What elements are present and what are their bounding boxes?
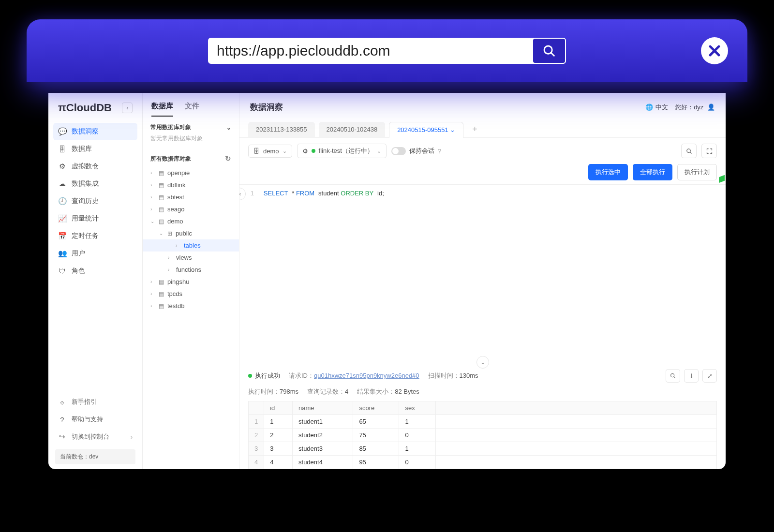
collapse-nav-button[interactable]: ‹ [122, 103, 133, 113]
tree-db-demo[interactable]: ⌄▤demo [150, 215, 239, 227]
schema-icon: ⊞ [167, 230, 172, 237]
svg-line-1 [551, 53, 554, 56]
db-tab-file[interactable]: 文件 [185, 102, 199, 117]
tree-db-sbtest[interactable]: ›▤sbtest [150, 191, 239, 203]
collapse-results-handle[interactable]: ⌄ [476, 356, 489, 369]
keep-session-toggle[interactable]: 保持会话 ? [391, 147, 441, 155]
search-icon [670, 372, 676, 379]
tree-db-testdb[interactable]: ›▤testdb [150, 300, 239, 312]
db-section-common[interactable]: 常用数据库对象 ⌄ [143, 117, 239, 134]
nav-item-用户[interactable]: 👥用户 [48, 245, 142, 262]
language-switch[interactable]: 🌐 中文 [645, 103, 668, 112]
nav-icon: 💬 [58, 127, 66, 136]
page-title: 数据洞察 [250, 102, 283, 113]
tree-db-dbflink[interactable]: ›▤dbflink [150, 179, 239, 191]
fullscreen-icon [706, 148, 713, 155]
tree-schema-public[interactable]: ⌄⊞public [150, 227, 239, 239]
db-panel-tabs: 数据库 文件 [143, 93, 239, 117]
tree-views[interactable]: ›views [150, 251, 239, 264]
request-id-link[interactable]: qu01hxwze71sn95pn9knyw2e6ned#0 [314, 372, 419, 379]
chevron-down-icon: ⌄ [377, 148, 381, 154]
browser-chrome [27, 19, 747, 82]
table-row[interactable]: 33student3851 [249, 442, 717, 456]
sql-editor[interactable]: 1 SELECT * FROM student ORDER BY id; [239, 185, 726, 362]
refresh-icon[interactable]: ↻ [225, 154, 231, 163]
switch-icon [391, 147, 406, 155]
nav-icon: 📅 [58, 232, 66, 240]
editor-tab[interactable]: 20240515-095551 ⌄ [389, 122, 463, 138]
add-tab-button[interactable]: + [467, 121, 482, 137]
nav-icon: ↪ [58, 432, 66, 441]
expand-button[interactable]: ⤢ [702, 369, 717, 383]
nav-item-虚拟数仓[interactable]: ⚙虚拟数仓 [48, 158, 142, 175]
url-input[interactable] [208, 43, 532, 59]
toolbar: 🗄 demo ⌄ ⚙ flink-test（运行中） ⌄ 保持会话 ? [239, 138, 726, 164]
nav-footer-帮助与支持[interactable]: ?帮助与支持 [48, 411, 142, 428]
nav-footer-新手指引[interactable]: ⟐新手指引 [48, 393, 142, 411]
search-button[interactable] [681, 144, 697, 158]
db-tab-database[interactable]: 数据库 [151, 102, 173, 117]
main-area: 数据洞察 🌐 中文 您好：dyz 👤 20231113-133855202405… [239, 93, 726, 469]
tree-db-openpie[interactable]: ›▤openpie [150, 167, 239, 179]
gear-icon: ⚙ [302, 148, 308, 155]
chevron-down-icon: ⌄ [450, 126, 455, 133]
nav-item-定时任务[interactable]: 📅定时任务 [48, 227, 142, 245]
line-number: 1 [246, 190, 260, 197]
database-icon: ▤ [159, 182, 164, 189]
editor-tab[interactable]: 20240510-102438 [319, 122, 386, 137]
tree-db-seago[interactable]: ›▤seago [150, 203, 239, 215]
main-header: 数据洞察 🌐 中文 您好：dyz 👤 [239, 93, 726, 121]
tree-functions[interactable]: ›functions [150, 264, 239, 276]
fullscreen-button[interactable] [701, 144, 717, 158]
download-button[interactable]: ⤓ [684, 369, 699, 383]
nav-item-数据库[interactable]: 🗄数据库 [48, 140, 142, 158]
nav-item-用量统计[interactable]: 📈用量统计 [48, 210, 142, 227]
globe-icon: 🌐 [645, 103, 653, 111]
db-section-all: 所有数据库对象 ↻ [143, 148, 239, 166]
actions-row: 执行选中 全部执行 执行计划 [239, 164, 726, 184]
table-row[interactable]: 22student2750 [249, 429, 717, 442]
nav-icon: ⟐ [58, 398, 66, 406]
results-meta: 执行成功 请求ID：qu01hxwze71sn95pn9knyw2e6ned#0… [248, 367, 717, 387]
search-icon [685, 148, 693, 155]
run-selected-button[interactable]: 执行选中 [588, 164, 628, 180]
editor-zone: « 1 SELECT * FROM student ORDER BY id; [239, 184, 726, 362]
chevron-right-icon: › [131, 433, 133, 441]
tree-db-pingshu[interactable]: ›▤pingshu [150, 276, 239, 288]
nav-icon: 🛡 [58, 267, 66, 275]
database-icon: ▤ [159, 279, 164, 285]
nav-item-数据洞察[interactable]: 💬数据洞察 [53, 123, 137, 140]
svg-line-7 [674, 377, 675, 378]
help-icon[interactable]: ? [438, 148, 441, 155]
result-search-button[interactable] [666, 369, 680, 383]
nav-icon: ? [58, 415, 66, 424]
tree-tables[interactable]: ›tables [143, 239, 239, 251]
results-table: idnamescoresex11student165122student2750… [248, 401, 717, 469]
svg-point-4 [686, 148, 690, 152]
nav-footer-切换到控制台[interactable]: ↪切换到控制台› [48, 428, 142, 445]
tree-db-tpcds[interactable]: ›▤tpcds [150, 288, 239, 300]
explain-plan-button[interactable]: 执行计划 [677, 164, 717, 180]
nav-icon: ☁ [58, 179, 66, 188]
database-icon: ▤ [159, 206, 164, 213]
editor-tab[interactable]: 20231113-133855 [248, 122, 315, 137]
nav-icon: 👥 [58, 249, 66, 258]
address-search-button[interactable] [532, 38, 566, 64]
nav-item-查询历史[interactable]: 🕘查询历史 [48, 192, 142, 210]
nav-icon: 📈 [58, 214, 66, 223]
address-bar [208, 38, 566, 64]
nav-item-数据集成[interactable]: ☁数据集成 [48, 175, 142, 192]
db-common-empty: 暂无常用数据库对象 [143, 134, 239, 148]
table-row[interactable]: 11student1651 [249, 415, 717, 429]
user-icon[interactable]: 👤 [707, 103, 715, 111]
close-button[interactable] [701, 37, 728, 64]
chevron-down-icon: ⌄ [226, 124, 231, 131]
run-all-button[interactable]: 全部执行 [633, 164, 672, 180]
database-icon: ▤ [159, 291, 164, 297]
vw-selector[interactable]: ⚙ flink-test（运行中） ⌄ [297, 144, 387, 158]
db-tree: ›▤openpie›▤dbflink›▤sbtest›▤seago⌄▤demo⌄… [143, 166, 239, 312]
nav-icon: ⚙ [58, 162, 66, 171]
db-selector[interactable]: 🗄 demo ⌄ [248, 145, 292, 158]
table-row[interactable]: 44student4950 [249, 456, 717, 469]
nav-item-角色[interactable]: 🛡角色 [48, 262, 142, 280]
